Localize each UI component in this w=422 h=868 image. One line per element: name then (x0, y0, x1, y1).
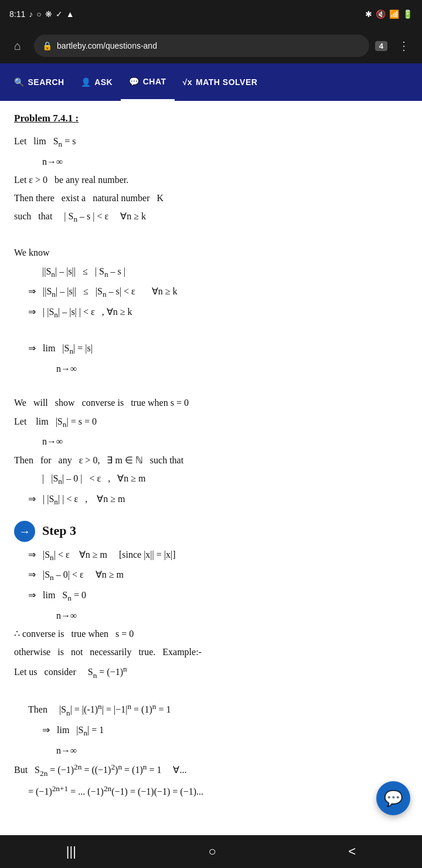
status-left: 8:11 ♪ ○ ❋ ✓ ▲ (9, 9, 74, 19)
math-line-14: n→∞ (14, 433, 408, 449)
url-bar[interactable]: 🔒 bartleby.com/questions-and (34, 35, 369, 57)
step3-line-3b: n→∞ (14, 608, 408, 623)
mute-icon: 🔇 (376, 9, 386, 19)
menu-lines-icon: ||| (66, 844, 76, 859)
search-label: SEARCH (28, 77, 64, 87)
status-bar: 8:11 ♪ ○ ❋ ✓ ▲ ✱ 🔇 📶 🔋 (0, 0, 422, 28)
bottom-menu-button[interactable]: ||| (52, 839, 90, 864)
step3-line-7: Then |Sn| = |(-1)n| = |−1|n = (1)n = 1 (14, 700, 408, 720)
math-line-10: ⇒ lim |Sn| = |s| (14, 340, 408, 358)
tab-count[interactable]: 4 (375, 41, 387, 51)
chat-fab-icon: 💬 (384, 789, 403, 808)
battery-icon: 🔋 (403, 9, 413, 19)
step3-line-1: ⇒ |Sn| < ε ∀n ≥ m [since |x|| = |x|] (14, 547, 408, 565)
home-circle-icon: ○ (209, 844, 216, 859)
step3-line-2: ⇒ |Sn – 0| < ε ∀n ≥ m (14, 567, 408, 585)
math-line-11: n→∞ (14, 361, 408, 377)
math-line-16: | |Sn| – 0 | < ε , ∀n ≥ m (14, 470, 408, 489)
step3-line-4: ∴ converse is true when s = 0 (14, 626, 408, 642)
check-icon: ✓ (56, 9, 63, 19)
step3-line-8b: n→∞ (14, 742, 408, 758)
math-line-4: Then there exist a natural number K (14, 190, 408, 206)
math-line-6: We know (14, 245, 408, 260)
math-line-2: n→∞ (14, 154, 408, 169)
ask-icon: 👤 (81, 77, 91, 87)
math-line-12: We will show converse is true when s = 0 (14, 395, 408, 411)
bluetooth-icon: ✱ (365, 9, 372, 19)
signal-bars: 📶 (389, 9, 399, 19)
nav-ask[interactable]: 👤 ASK (73, 63, 121, 101)
problem-title: Problem 7.4.1 : (14, 110, 408, 127)
step3-line-3: ⇒ lim Sn = 0 (14, 587, 408, 605)
bottom-nav: ||| ○ < (0, 835, 422, 868)
nav-search[interactable]: 🔍 SEARCH (6, 63, 73, 101)
math-line-5: such that | Sn – s | < ε ∀n ≥ k (14, 208, 408, 226)
bottom-home-button[interactable]: ○ (195, 839, 230, 864)
search-icon: 🔍 (14, 77, 25, 87)
math-line-1: Let lim Sn = s (14, 133, 408, 151)
step3-line-6: Let us consider Sn = (−1)n (14, 663, 408, 682)
chat-label: CHAT (143, 77, 166, 86)
math-line-9: ⇒ | |Sn| – |s| | < ε , ∀n ≥ k (14, 304, 408, 322)
math-line-3: Let ε > 0 be any real number. (14, 172, 408, 188)
nav-chat[interactable]: 💬 CHAT (121, 63, 174, 101)
step3-section: → Step 3 (14, 520, 408, 542)
chat-fab-button[interactable]: 💬 (376, 781, 410, 815)
status-right: ✱ 🔇 📶 🔋 (365, 9, 413, 19)
home-button[interactable]: ⌂ (7, 35, 28, 56)
nav-math[interactable]: √x MATH SOLVER (175, 63, 266, 101)
lock-icon: 🔒 (42, 41, 52, 50)
browser-bar: ⌂ 🔒 bartleby.com/questions-and 4 ⋮ (0, 28, 422, 63)
math-icon: √x (183, 77, 192, 87)
chat-icon: 💬 (129, 77, 139, 86)
step3-line-9: But S2n = (−1)2n = ((−1)2)n = (1)n = 1 ∀… (14, 761, 408, 780)
music-icon: ♪ (29, 9, 33, 19)
url-text: bartleby.com/questions-and (57, 41, 157, 50)
math-line-15: Then for any ε > 0, ∃ m ∈ ℕ such that (14, 452, 408, 468)
cloud-icon: ▲ (66, 9, 74, 19)
step3-line-10: = (−1)2n+1 = ... (−1)2n(−1) = (−1)(−1) =… (14, 782, 408, 800)
time-display: 8:11 (9, 9, 25, 19)
step3-line-5: otherwise is not necessarily true. Examp… (14, 644, 408, 660)
math-content: Problem 7.4.1 : Let lim Sn = s n→∞ Let ε… (14, 110, 408, 800)
browser-menu-button[interactable]: ⋮ (393, 36, 415, 55)
bottom-back-button[interactable]: < (334, 839, 370, 864)
nav-bar: 🔍 SEARCH 👤 ASK 💬 CHAT √x MATH SOLVER (0, 63, 422, 101)
step3-arrow[interactable]: → (14, 521, 35, 542)
step3-label: Step 3 (42, 520, 76, 541)
ask-label: ASK (94, 77, 113, 87)
back-chevron-icon: < (348, 844, 356, 859)
content-area: Problem 7.4.1 : Let lim Sn = s n→∞ Let ε… (0, 101, 422, 835)
step3-line-8: ⇒ lim |Sn| = 1 (14, 722, 408, 740)
math-line-7: ||Sn| – |s|| ≤ | Sn – s | (14, 263, 408, 282)
math-line-8: ⇒ ||Sn| – |s|| ≤ |Sn – s| < ε ∀n ≥ k (14, 283, 408, 301)
settings-icon: ❋ (45, 9, 52, 19)
math-line-17: ⇒ | |Sn| | < ε , ∀n ≥ m (14, 491, 408, 509)
math-label: MATH SOLVER (196, 77, 257, 87)
math-line-13: Let lim |Sn| = s = 0 (14, 413, 408, 432)
circle-icon: ○ (36, 9, 41, 19)
